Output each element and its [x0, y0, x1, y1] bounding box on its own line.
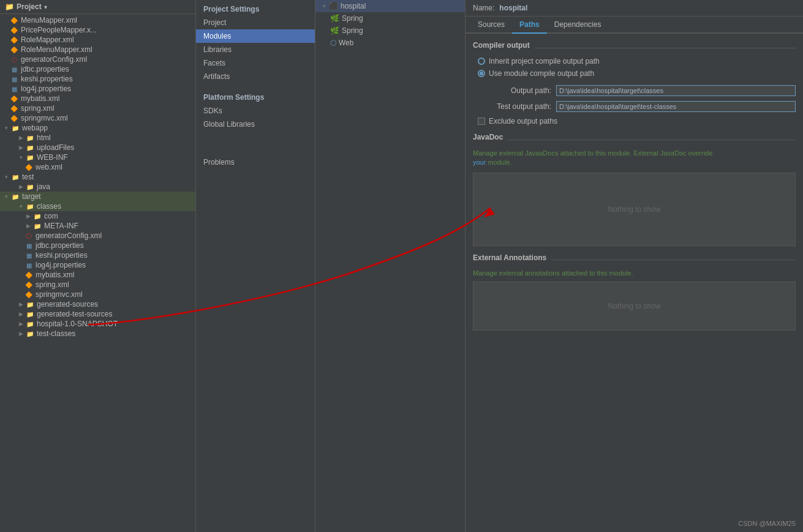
- output-path-input[interactable]: [556, 85, 796, 96]
- folder-icon: 📁: [26, 310, 34, 318]
- tree-item[interactable]: ▶ 📁 com: [0, 211, 195, 221]
- xml-icon: 🔶: [10, 36, 18, 44]
- tree-item[interactable]: 🔶 web.xml: [0, 162, 195, 172]
- tree-item[interactable]: ▶ 📁 java: [0, 182, 195, 192]
- file-label: html: [37, 133, 51, 142]
- tree-item[interactable]: ▾ 📁 webapp: [0, 123, 195, 133]
- tree-item[interactable]: ▶ 📁 uploadFiles: [0, 143, 195, 152]
- platform-settings-title: Platform Settings: [196, 88, 315, 104]
- exclude-label: Exclude output paths: [489, 117, 557, 126]
- folder-icon: 📁: [11, 173, 20, 181]
- tree-item[interactable]: 🔶 MenuMapper.xml: [0, 15, 195, 25]
- tree-item[interactable]: 🔶 springmvc.xml: [0, 290, 195, 299]
- settings-item-artifacts[interactable]: Artifacts: [196, 70, 315, 83]
- file-label: PricePeopleMapper.x...: [21, 26, 97, 34]
- tree-item[interactable]: 🔶 springmvc.xml: [0, 113, 195, 123]
- tab-dependencies[interactable]: Dependencies: [547, 17, 609, 34]
- javadoc-label: JavaDoc: [473, 133, 503, 141]
- settings-item-modules[interactable]: Modules: [196, 29, 315, 43]
- properties-icon: ▦: [10, 65, 18, 73]
- radio-inherit[interactable]: Inherit project compile output path: [478, 57, 796, 66]
- radio-use-module-label: Use module compile output path: [489, 69, 594, 78]
- tree-item[interactable]: ▶ 📁 generated-sources: [0, 299, 195, 309]
- collapse-icon: ▾: [17, 203, 25, 210]
- properties-icon: ▦: [10, 84, 18, 93]
- xml-icon: 🔶: [10, 26, 18, 34]
- collapse-icon: ▾: [2, 173, 10, 181]
- xml-icon: 🔶: [25, 280, 33, 289]
- module-icon: ⬛: [329, 2, 338, 10]
- tree-item[interactable]: ▶ 📁 META-INF: [0, 221, 195, 231]
- tree-item[interactable]: 🔶 mybatis.xml: [0, 94, 195, 103]
- tree-item[interactable]: ▦ keshi.properties: [0, 74, 195, 84]
- tree-item[interactable]: 🔶 RoleMenuMapper.xml: [0, 45, 195, 54]
- settings-item-problems[interactable]: Problems: [196, 155, 315, 169]
- tab-paths[interactable]: Paths: [512, 17, 547, 34]
- file-label: web.xml: [36, 163, 62, 171]
- file-label: RoleMapper.xml: [21, 36, 74, 44]
- settings-item-libraries[interactable]: Libraries: [196, 43, 315, 56]
- watermark: CSDN @MAXIM25: [738, 520, 796, 527]
- file-label: hospital-1.0-SNAPSHOT: [37, 320, 118, 328]
- tree-item[interactable]: ▾ 📁 classes: [0, 201, 195, 211]
- xml-icon: 🔶: [10, 104, 18, 113]
- expand-icon: ▶: [17, 134, 25, 141]
- tree-item[interactable]: ▾ 📁 test: [0, 172, 195, 182]
- file-label: target: [22, 192, 41, 201]
- xml-icon: 🔶: [25, 271, 33, 279]
- folder-icon: 📁: [26, 320, 34, 328]
- tree-item[interactable]: ▦ keshi.properties: [0, 250, 195, 260]
- xml-icon: 🔶: [10, 94, 18, 103]
- module-item-spring2[interactable]: 🌿 Spring: [315, 24, 465, 37]
- file-label: spring.xml: [36, 280, 69, 289]
- folder-icon: 📁: [26, 153, 34, 162]
- settings-item-sdks[interactable]: SDKs: [196, 104, 315, 118]
- folder-icon: 📁: [26, 300, 34, 309]
- module-label: hospital: [341, 2, 366, 10]
- settings-item-global-libraries[interactable]: Global Libraries: [196, 118, 315, 131]
- ext-ann-desc: Manage external annotations attached to …: [473, 269, 796, 277]
- properties-icon: ▦: [10, 75, 18, 83]
- tree-item[interactable]: ▾ 📁 WEB-INF: [0, 152, 195, 162]
- output-path-row: Output path:: [473, 85, 796, 96]
- tree-item[interactable]: 🔶 mybatis.xml: [0, 270, 195, 280]
- test-output-path-input[interactable]: [556, 101, 796, 112]
- folder-src-icon: 📁: [26, 182, 34, 191]
- tab-sources[interactable]: Sources: [470, 17, 512, 34]
- radio-use-module[interactable]: Use module compile output path: [478, 69, 796, 78]
- chevron-down-icon[interactable]: ▾: [44, 4, 47, 10]
- module-item-hospital[interactable]: ▾ ⬛ hospital: [315, 0, 465, 12]
- tree-item[interactable]: ▾ 📁 target: [0, 192, 195, 201]
- tree-item[interactable]: ▶ 📁 generated-test-sources: [0, 309, 195, 319]
- tree-item[interactable]: ▦ log4j.properties: [0, 84, 195, 94]
- properties-icon: ▦: [25, 251, 33, 260]
- settings-item-facets[interactable]: Facets: [196, 56, 315, 70]
- module-label: Spring: [342, 14, 363, 23]
- project-settings-title: Project Settings: [196, 0, 315, 16]
- javadoc-nothing-box: Nothing to show: [473, 173, 796, 246]
- tree-item[interactable]: ⬡ generatorConfig.xml: [0, 231, 195, 241]
- tree-item[interactable]: 🔶 spring.xml: [0, 280, 195, 290]
- tree-item[interactable]: ▶ 📁 test-classes: [0, 329, 195, 339]
- tree-item[interactable]: 🔶 spring.xml: [0, 103, 195, 113]
- tree-item[interactable]: ▶ 📁 html: [0, 133, 195, 143]
- radio-inherit-label: Inherit project compile output path: [489, 57, 600, 66]
- tree-item[interactable]: 🔶 PricePeopleMapper.x...: [0, 25, 195, 35]
- tree-item[interactable]: ▦ log4j.properties: [0, 260, 195, 270]
- module-item-spring1[interactable]: 🌿 Spring: [315, 12, 465, 24]
- tree-item[interactable]: ⬡ generatorConfig.xml: [0, 54, 195, 64]
- xml-icon: ⬡: [10, 55, 18, 64]
- xml-icon: 🔶: [25, 290, 33, 299]
- settings-item-project[interactable]: Project: [196, 16, 315, 29]
- module-item-web[interactable]: ⬡ Web: [315, 37, 465, 49]
- tree-item[interactable]: ▶ 📁 hospital-1.0-SNAPSHOT: [0, 319, 195, 329]
- javadoc-desc: Manage external JavaaDocs attached to th…: [473, 149, 796, 168]
- tree-item[interactable]: ▦ jdbc.properties: [0, 241, 195, 250]
- tree-item[interactable]: 🔶 RoleMapper.xml: [0, 35, 195, 45]
- folder-icon: 📁: [11, 124, 20, 132]
- file-label: keshi.properties: [36, 251, 88, 260]
- tree-item[interactable]: ▦ jdbc.properties: [0, 64, 195, 74]
- exclude-checkbox[interactable]: [478, 118, 485, 125]
- name-row: Name: hospital: [466, 0, 803, 17]
- expand-icon: ▶: [17, 330, 25, 337]
